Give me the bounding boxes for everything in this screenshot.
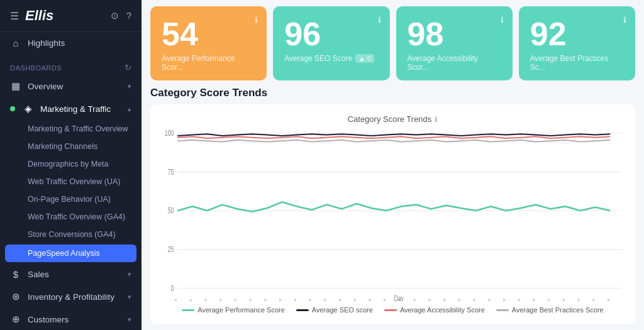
chart-container: Category Score Trends ℹ 100 75 50 25 0 bbox=[150, 104, 635, 324]
chevron-down-icon: ▾ bbox=[128, 82, 131, 91]
svg-text:26 Jul: 26 Jul bbox=[569, 297, 581, 301]
seo-value: 96 bbox=[284, 18, 321, 50]
legend-performance-label: Average Performance Score bbox=[197, 306, 285, 314]
svg-text:05 Jul: 05 Jul bbox=[256, 297, 268, 301]
sidebar-item-marketing-traffic[interactable]: ◈ Marketing & Traffic ▴ bbox=[0, 97, 142, 120]
chevron-down-sales-icon: ▾ bbox=[128, 270, 131, 278]
svg-text:28 Jul: 28 Jul bbox=[599, 297, 611, 301]
chart-legend: Average Performance Score Average SEO sc… bbox=[160, 306, 625, 314]
score-card-accessibility: ℹ 98 Average Accessibility Scor... bbox=[396, 6, 513, 80]
marketing-label: Marketing & Traffic bbox=[40, 104, 111, 114]
legend-best-practices-label: Average Best Practices Score bbox=[512, 306, 604, 314]
home-icon: ⌂ bbox=[10, 38, 21, 48]
svg-text:16 Jul: 16 Jul bbox=[420, 297, 432, 301]
svg-text:22 Jul: 22 Jul bbox=[509, 297, 521, 301]
sidebar-item-mt-onpage[interactable]: On-Page Behavior (UA) bbox=[0, 190, 142, 208]
svg-text:09 Jul: 09 Jul bbox=[316, 297, 328, 301]
chart-inner-title: Category Score Trends ℹ bbox=[160, 114, 625, 124]
overview-label: Overview bbox=[28, 82, 63, 91]
chart-body: 100 75 50 25 0 29 Jun 30 Jun 01 Ju bbox=[160, 129, 625, 301]
legend-accessibility: Average Accessibility Score bbox=[384, 306, 485, 314]
info-performance-icon[interactable]: ℹ bbox=[255, 15, 258, 25]
legend-seo-label: Average SEO score bbox=[312, 306, 373, 314]
svg-text:Day: Day bbox=[394, 294, 404, 301]
svg-text:10 Jul: 10 Jul bbox=[331, 297, 343, 301]
svg-text:19 Jul: 19 Jul bbox=[465, 297, 477, 301]
svg-text:27 Jul: 27 Jul bbox=[584, 297, 596, 301]
chevron-up-icon: ▴ bbox=[128, 105, 131, 113]
seo-label: Average SEO Score ▲ 0 bbox=[284, 54, 374, 63]
sidebar-item-mt-channels[interactable]: Marketing Channels bbox=[0, 138, 142, 155]
svg-text:04 Jul: 04 Jul bbox=[241, 297, 253, 301]
svg-text:0: 0 bbox=[171, 283, 174, 292]
inventory-icon: ⊛ bbox=[10, 291, 21, 302]
svg-text:06 Jul: 06 Jul bbox=[271, 297, 283, 301]
marketing-submenu: Marketing & Traffic Overview Marketing C… bbox=[0, 120, 142, 263]
highlights-label: Highlights bbox=[28, 38, 65, 48]
svg-text:25 Jul: 25 Jul bbox=[555, 297, 567, 301]
chart-svg: 100 75 50 25 0 29 Jun 30 Jun 01 Ju bbox=[160, 129, 625, 301]
question-icon[interactable]: ? bbox=[126, 10, 131, 21]
svg-text:13 Jul: 13 Jul bbox=[375, 297, 387, 301]
legend-seo: Average SEO score bbox=[296, 306, 373, 314]
sidebar-item-mt-pagespeed[interactable]: PageSpeed Analysis bbox=[5, 245, 136, 262]
svg-text:24 Jul: 24 Jul bbox=[540, 297, 552, 301]
performance-line bbox=[177, 202, 610, 211]
legend-best-practices: Average Best Practices Score bbox=[496, 306, 604, 314]
score-card-seo: ℹ 96 Average SEO Score ▲ 0 bbox=[273, 6, 389, 80]
sidebar-item-inventory[interactable]: ⊛ Inventory & Profitability ▾ bbox=[0, 285, 142, 308]
svg-text:30 Jun: 30 Jun bbox=[180, 297, 193, 301]
chart-section: Category Score Trends Category Score Tre… bbox=[142, 87, 644, 330]
svg-text:100: 100 bbox=[165, 129, 174, 137]
sidebar-item-sales[interactable]: $ Sales ▾ bbox=[0, 263, 142, 285]
sidebar-item-overview[interactable]: ▦ Overview ▾ bbox=[0, 75, 142, 97]
dashboards-section-label: Dashboards ↻ bbox=[0, 54, 142, 75]
sidebar-item-mt-demographics[interactable]: Demographics by Meta bbox=[0, 155, 142, 173]
chevron-down-inventory-icon: ▾ bbox=[128, 293, 131, 301]
svg-text:17 Jul: 17 Jul bbox=[435, 297, 447, 301]
svg-text:02 Jul: 02 Jul bbox=[211, 297, 223, 301]
performance-value: 54 bbox=[162, 18, 198, 50]
sidebar-item-customers[interactable]: ⊕ Customers ▾ bbox=[0, 308, 142, 330]
legend-performance: Average Performance Score bbox=[182, 306, 285, 314]
menu-icon[interactable]: ☰ bbox=[10, 10, 19, 22]
refresh-icon[interactable]: ↻ bbox=[125, 63, 132, 72]
svg-text:01 Jul: 01 Jul bbox=[196, 297, 208, 301]
main-content: ℹ 54 Average Performance Scor... ℹ 96 Av… bbox=[142, 0, 644, 330]
help-circle-icon[interactable]: ⊙ bbox=[111, 10, 119, 21]
svg-text:03 Jul: 03 Jul bbox=[226, 297, 238, 301]
info-accessibility-icon[interactable]: ℹ bbox=[501, 15, 504, 25]
chart-section-title: Category Score Trends bbox=[150, 87, 635, 99]
info-seo-icon[interactable]: ℹ bbox=[378, 15, 381, 25]
svg-text:75: 75 bbox=[168, 167, 174, 176]
logo: Ellis bbox=[25, 8, 53, 24]
svg-text:25: 25 bbox=[168, 245, 174, 253]
svg-text:23 Jul: 23 Jul bbox=[525, 297, 536, 301]
sidebar-item-highlights[interactable]: ⌂ Highlights bbox=[0, 32, 142, 54]
svg-text:07 Jul: 07 Jul bbox=[286, 297, 298, 301]
inventory-label: Inventory & Profitability bbox=[28, 292, 114, 302]
overview-icon: ▦ bbox=[10, 80, 21, 92]
best-practices-line bbox=[177, 140, 610, 142]
legend-accessibility-dot bbox=[384, 309, 397, 311]
sales-label: Sales bbox=[28, 270, 49, 279]
svg-text:29 Jun: 29 Jun bbox=[165, 297, 178, 301]
sidebar-item-mt-web-ua[interactable]: Web Traffic Overview (UA) bbox=[0, 173, 142, 190]
sidebar-item-mt-store-ga4[interactable]: Store Conversions (GA4) bbox=[0, 226, 142, 243]
customers-label: Customers bbox=[28, 315, 69, 324]
marketing-icon: ◈ bbox=[23, 103, 34, 114]
active-dot bbox=[10, 106, 15, 111]
svg-text:15 Jul: 15 Jul bbox=[405, 297, 417, 301]
best-practices-value: 92 bbox=[530, 18, 567, 50]
accessibility-line bbox=[177, 136, 610, 138]
svg-text:12 Jul: 12 Jul bbox=[360, 297, 372, 301]
info-best-practices-icon[interactable]: ℹ bbox=[623, 15, 626, 25]
legend-performance-dot bbox=[182, 309, 194, 311]
score-cards-row: ℹ 54 Average Performance Scor... ℹ 96 Av… bbox=[142, 0, 644, 87]
legend-accessibility-label: Average Accessibility Score bbox=[400, 306, 485, 314]
info-chart-icon[interactable]: ℹ bbox=[435, 115, 438, 124]
performance-label: Average Performance Scor... bbox=[162, 54, 255, 72]
sidebar-item-mt-web-ga4[interactable]: Web Traffic Overview (GA4) bbox=[0, 208, 142, 226]
sidebar-item-mt-overview[interactable]: Marketing & Traffic Overview bbox=[0, 120, 142, 138]
legend-seo-dot bbox=[296, 309, 309, 311]
